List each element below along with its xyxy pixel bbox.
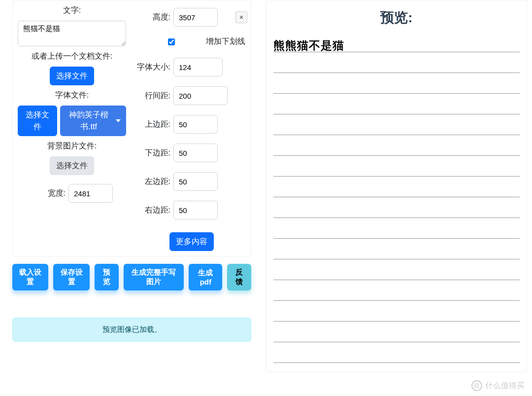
preview-button[interactable]: 预览 <box>95 264 119 290</box>
line-gap-input[interactable] <box>173 86 228 105</box>
text-input[interactable] <box>18 21 126 46</box>
font-file-label: 字体文件: <box>55 90 89 101</box>
preview-title: 预览: <box>270 8 523 27</box>
watermark-text: 什么值得买 <box>485 381 525 391</box>
font-dropdown-value: 神韵英子楷书.ttf <box>66 109 112 133</box>
close-icon[interactable]: × <box>235 11 247 23</box>
margin-bottom-input[interactable] <box>173 144 218 162</box>
choose-font-button[interactable]: 选择文件 <box>18 106 57 136</box>
margin-left-input[interactable] <box>173 172 218 191</box>
feedback-button[interactable]: 反馈 <box>227 264 251 290</box>
font-dropdown[interactable]: 神韵英子楷书.ttf <box>60 106 126 136</box>
height-input[interactable] <box>173 8 218 27</box>
font-size-input[interactable] <box>173 58 223 76</box>
margin-top-input[interactable] <box>173 115 218 134</box>
underline-checkbox[interactable] <box>168 38 175 45</box>
generate-image-button[interactable]: 生成完整手写图片 <box>124 264 184 290</box>
preview-paper: 熊熊猫不是猫 <box>270 37 523 367</box>
margin-right-input[interactable] <box>173 201 218 219</box>
bg-image-label: 背景图片文件: <box>47 141 97 151</box>
status-alert: 预览图像已加载。 <box>12 318 251 342</box>
underline-label: 增加下划线 <box>206 36 245 47</box>
choose-doc-button[interactable]: 选择文件 <box>50 67 94 85</box>
choose-bg-button[interactable]: 选择文件 <box>50 156 94 175</box>
generate-pdf-button[interactable]: 生成pdf <box>189 264 222 290</box>
margin-left-label: 左边距: <box>136 177 170 187</box>
line-gap-label: 行间距: <box>136 91 170 101</box>
margin-right-label: 右边距: <box>136 205 170 216</box>
load-settings-button[interactable]: 载入设置 <box>12 264 48 290</box>
watermark: 值 什么值得买 <box>471 380 525 391</box>
watermark-icon: 值 <box>471 380 482 391</box>
more-content-button[interactable]: 更多内容 <box>169 232 214 251</box>
margin-top-label: 上边距: <box>136 119 170 130</box>
width-input[interactable] <box>68 184 113 203</box>
preview-sample-text: 熊熊猫不是猫 <box>273 38 344 53</box>
upload-doc-label: 或者上传一个文档文件: <box>32 51 112 62</box>
text-label: 文字: <box>63 5 81 16</box>
save-settings-button[interactable]: 保存设置 <box>53 264 89 290</box>
height-label: 高度: <box>136 12 170 23</box>
width-label: 宽度: <box>31 188 66 199</box>
chevron-down-icon <box>116 119 121 122</box>
margin-bottom-label: 下边距: <box>136 148 170 158</box>
font-size-label: 字体大小: <box>136 62 170 72</box>
